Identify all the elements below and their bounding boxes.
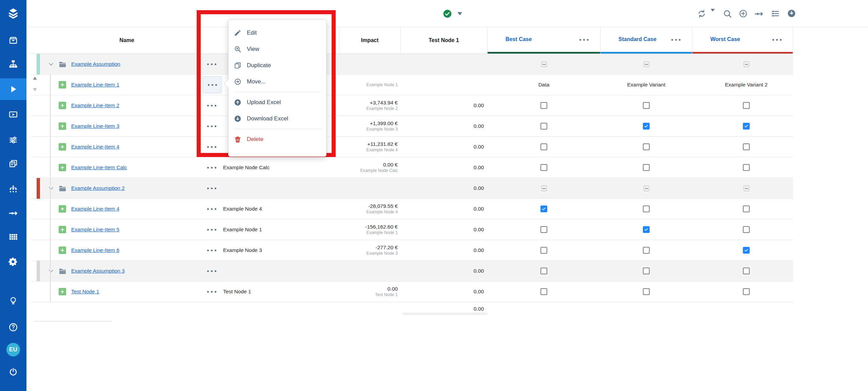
chevron-down-icon[interactable] xyxy=(47,54,55,74)
scenario-checkbox-indeterminate[interactable] xyxy=(744,61,749,67)
scenario-name-link[interactable]: Standard Case xyxy=(618,27,656,52)
sidebar-item-layers-logo[interactable] xyxy=(0,2,26,24)
scenario-checkbox-unchecked[interactable] xyxy=(643,206,650,212)
sort-down-arrow-icon[interactable] xyxy=(33,88,37,91)
row-name-link[interactable]: Example Line-Item Calc xyxy=(71,157,127,178)
row-actions-button[interactable] xyxy=(207,125,216,127)
zoom-in-icon[interactable] xyxy=(739,9,748,19)
scenario-checkbox-checked[interactable] xyxy=(643,226,650,233)
sidebar-item-play[interactable] xyxy=(0,78,26,100)
row-actions-button[interactable] xyxy=(207,167,216,169)
scenario-menu-button[interactable] xyxy=(579,39,589,41)
scenario-checkbox-unchecked[interactable] xyxy=(743,226,750,233)
row-actions-button[interactable] xyxy=(207,146,216,148)
scenario-checkbox-unchecked[interactable] xyxy=(540,102,547,109)
row-actions-button[interactable] xyxy=(207,270,216,272)
sidebar-item-lightbulb[interactable] xyxy=(0,290,26,312)
sidebar-item-video-player[interactable] xyxy=(0,104,26,125)
scenario-checkbox-unchecked[interactable] xyxy=(540,247,547,254)
scenario-menu-button[interactable] xyxy=(671,39,680,41)
sidebar-item-avatar[interactable]: EU xyxy=(0,339,26,360)
scenario-checkbox-checked[interactable] xyxy=(540,206,547,212)
menu-item-duplicate[interactable]: Duplicate xyxy=(229,57,326,74)
scenario-checkbox-checked[interactable] xyxy=(743,123,750,130)
search-icon[interactable] xyxy=(723,9,732,20)
row-name-link[interactable]: Example Assumption 3 xyxy=(71,261,125,281)
row-name-link[interactable]: Example Line-Item 5 xyxy=(71,219,119,240)
scenario-checkbox-indeterminate[interactable] xyxy=(644,185,649,191)
scenario-checkbox-indeterminate[interactable] xyxy=(541,185,547,191)
row-actions-button-active[interactable] xyxy=(203,76,222,93)
scenario-name-link[interactable]: Worst Case xyxy=(710,27,740,52)
row-name-link[interactable]: Example Assumption 2 xyxy=(71,178,125,198)
row-actions-button[interactable] xyxy=(207,188,216,189)
menu-item-delete[interactable]: Delete xyxy=(229,131,326,148)
scenario-checkbox-indeterminate[interactable] xyxy=(541,61,547,67)
scenario-checkbox-unchecked[interactable] xyxy=(643,247,650,254)
row-name-link[interactable]: Example Line-Item 3 xyxy=(71,116,119,136)
scenario-checkbox-unchecked[interactable] xyxy=(743,268,750,274)
row-name-link[interactable]: Test Node 1 xyxy=(71,281,99,302)
scenario-checkbox-unchecked[interactable] xyxy=(540,268,547,274)
row-actions-button[interactable] xyxy=(207,208,216,210)
row-name-link[interactable]: Example Line-Item 4 xyxy=(71,137,119,157)
scenario-checkbox-unchecked[interactable] xyxy=(743,164,750,171)
row-actions-button[interactable] xyxy=(207,229,216,231)
scenario-checkbox-checked[interactable] xyxy=(743,247,750,254)
scenario-checkbox-unchecked[interactable] xyxy=(643,288,650,295)
menu-item-download-excel[interactable]: Download Excel xyxy=(229,111,326,127)
row-actions-button[interactable] xyxy=(207,105,216,106)
scenario-menu-button[interactable] xyxy=(772,39,782,41)
scenario-checkbox-unchecked[interactable] xyxy=(743,143,750,150)
sidebar-item-copy[interactable] xyxy=(0,153,26,175)
status-dropdown-caret-icon[interactable] xyxy=(457,12,462,15)
menu-item-edit[interactable]: Edit xyxy=(229,25,326,41)
refresh-icon[interactable] xyxy=(697,9,706,20)
sidebar-item-sliders[interactable] xyxy=(0,129,26,151)
sidebar-item-archive[interactable] xyxy=(0,30,26,51)
sidebar-item-grid[interactable] xyxy=(0,226,26,248)
scenario-checkbox-checked[interactable] xyxy=(643,123,650,130)
scenario-name-link[interactable]: Best Case xyxy=(506,27,532,52)
row-actions-button[interactable] xyxy=(207,63,216,65)
row-name-link[interactable]: Example Line-Item 6 xyxy=(71,240,119,260)
refresh-dropdown-caret[interactable] xyxy=(711,12,715,18)
sidebar-item-org-chart[interactable] xyxy=(0,53,26,75)
menu-item-move[interactable]: Move... xyxy=(229,74,326,90)
scenario-checkbox-unchecked[interactable] xyxy=(643,268,650,274)
scenario-checkbox-unchecked[interactable] xyxy=(540,226,547,233)
avatar[interactable]: EU xyxy=(6,343,20,356)
list-view-icon[interactable] xyxy=(771,9,780,19)
scenario-checkbox-unchecked[interactable] xyxy=(743,102,750,109)
row-name-link[interactable]: Example Assumption xyxy=(71,54,120,74)
menu-item-upload-excel[interactable]: Upload Excel xyxy=(229,94,326,111)
sheet-status[interactable] xyxy=(443,9,462,18)
sidebar-item-power[interactable] xyxy=(0,361,26,383)
sidebar-item-gear[interactable] xyxy=(0,251,26,273)
scenario-checkbox-unchecked[interactable] xyxy=(643,102,650,109)
scenario-checkbox-indeterminate[interactable] xyxy=(644,61,649,67)
row-name-link[interactable]: Example Line-Item 2 xyxy=(71,95,119,116)
scenario-checkbox-unchecked[interactable] xyxy=(540,123,547,130)
row-actions-button[interactable] xyxy=(207,291,216,293)
scenario-checkbox-unchecked[interactable] xyxy=(643,143,650,150)
row-actions-button[interactable] xyxy=(207,250,216,251)
scenario-checkbox-indeterminate[interactable] xyxy=(744,185,749,191)
scenario-checkbox-unchecked[interactable] xyxy=(743,288,750,295)
row-name-link[interactable]: Example Line-Item 1 xyxy=(71,75,119,95)
scenario-checkbox-unchecked[interactable] xyxy=(643,164,650,171)
download-icon[interactable] xyxy=(787,9,796,19)
scenario-checkbox-unchecked[interactable] xyxy=(743,206,750,212)
sidebar-item-transition[interactable] xyxy=(0,202,26,224)
sidebar-item-network[interactable] xyxy=(0,178,26,200)
chevron-down-icon[interactable] xyxy=(47,178,55,198)
scenario-checkbox-unchecked[interactable] xyxy=(540,143,547,150)
sidebar-item-help[interactable] xyxy=(0,316,26,338)
scenario-checkbox-unchecked[interactable] xyxy=(540,288,547,295)
scenario-checkbox-unchecked[interactable] xyxy=(540,164,547,171)
chevron-down-icon[interactable] xyxy=(47,261,55,281)
jump-to-icon[interactable] xyxy=(754,9,764,20)
row-actions-dots[interactable] xyxy=(208,84,217,86)
row-name-link[interactable]: Example Line-Item 4 xyxy=(71,199,119,219)
menu-item-view[interactable]: View xyxy=(229,41,326,57)
